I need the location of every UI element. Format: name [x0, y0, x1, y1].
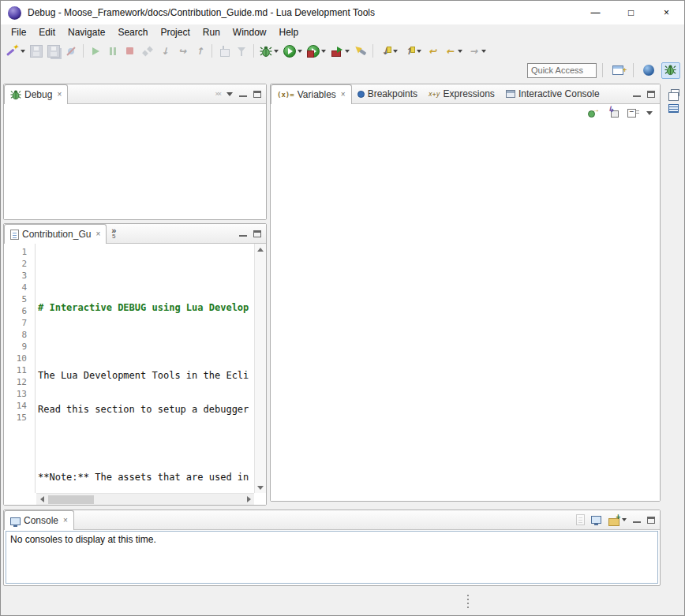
disconnect-button[interactable]: [139, 43, 156, 60]
menu-run[interactable]: Run: [197, 25, 226, 40]
terminate-button[interactable]: [122, 43, 139, 60]
scroll-right-icon[interactable]: [243, 494, 254, 505]
menu-search[interactable]: Search: [111, 25, 154, 40]
step-over-icon: ↪: [176, 45, 189, 58]
debug-view-menu-icon[interactable]: [226, 92, 233, 96]
suspend-button[interactable]: [104, 43, 122, 60]
editor-maximize-icon[interactable]: [253, 230, 261, 237]
menu-project[interactable]: Project: [154, 25, 196, 40]
menu-edit[interactable]: Edit: [32, 25, 62, 40]
run-button[interactable]: [281, 43, 305, 60]
previous-annotation-dropdown-icon[interactable]: [417, 50, 421, 53]
debug-view-maximize-icon[interactable]: [253, 91, 261, 98]
variables-view-menu-icon[interactable]: [646, 111, 653, 115]
collapse-all-icon[interactable]: [627, 106, 639, 119]
restore-views-icon[interactable]: [671, 89, 679, 96]
perspective-separator: [633, 63, 634, 77]
forward-dropdown-icon[interactable]: [481, 50, 486, 53]
tab-expressions[interactable]: x+y Expressions: [423, 84, 500, 103]
coverage-button[interactable]: [305, 43, 328, 60]
scroll-up-icon[interactable]: [255, 244, 266, 255]
variables-view-tabbar: (x)= Variables × Breakpoints x+y Express…: [271, 84, 660, 104]
display-selected-console-icon[interactable]: [591, 516, 601, 524]
tab-breakpoints[interactable]: Breakpoints: [352, 84, 423, 103]
scroll-down-icon[interactable]: [255, 482, 266, 493]
use-step-filters-button[interactable]: [233, 43, 250, 60]
tab-editor-close-icon[interactable]: ×: [95, 230, 100, 238]
editor-tab-overflow[interactable]: » 5: [107, 224, 121, 243]
open-console-dropdown-icon[interactable]: [622, 518, 627, 521]
open-console-log-icon[interactable]: [576, 514, 585, 525]
toolbar-separator: [253, 44, 254, 58]
external-tools-dropdown-icon[interactable]: [345, 50, 350, 53]
tab-variables[interactable]: (x)= Variables ×: [271, 84, 352, 104]
resume-button[interactable]: [87, 43, 104, 60]
editor-minimize-icon[interactable]: [239, 230, 247, 237]
scroll-left-icon[interactable]: [36, 494, 47, 505]
external-tools-button[interactable]: [328, 43, 352, 60]
console-icon: [10, 517, 21, 525]
run-dropdown-icon[interactable]: [298, 50, 302, 53]
menu-window[interactable]: Window: [226, 25, 273, 40]
save-button[interactable]: [28, 43, 45, 60]
close-button[interactable]: ×: [649, 1, 684, 24]
ldt-perspective-icon: [643, 65, 654, 76]
run-icon: [283, 45, 296, 58]
main-toolbar: ↓ ↪ ↑ ↓ ↑ ↩ ← →: [1, 41, 684, 61]
debug-view-minimize-icon[interactable]: [239, 91, 247, 98]
add-to-expressions-icon[interactable]: [607, 106, 619, 119]
tab-console[interactable]: Console ×: [4, 510, 74, 530]
new-wizard-button[interactable]: [4, 43, 28, 60]
next-annotation-dropdown-icon[interactable]: [393, 50, 398, 53]
open-console-button[interactable]: [608, 514, 627, 526]
console-maximize-icon[interactable]: [647, 517, 655, 524]
coverage-dropdown-icon[interactable]: [321, 50, 326, 53]
editor-body[interactable]: 1 2 3 4 5 6 7 8 9 10 11 12 13 14 15 # In…: [4, 244, 266, 505]
maximize-button[interactable]: □: [613, 1, 649, 24]
save-all-button[interactable]: [45, 43, 62, 60]
skip-all-breakpoints-button[interactable]: [62, 43, 80, 60]
previous-annotation-button[interactable]: ↑: [400, 43, 424, 60]
step-over-button[interactable]: ↪: [174, 43, 191, 60]
editor-vertical-scrollbar[interactable]: [254, 244, 266, 493]
next-annotation-button[interactable]: ↓: [376, 43, 400, 60]
minimized-view-icon[interactable]: [668, 104, 679, 113]
tab-variables-close-icon[interactable]: ×: [341, 91, 346, 99]
back-button[interactable]: ←: [441, 43, 465, 60]
horizontal-scroll-thumb[interactable]: [48, 495, 94, 504]
step-into-button[interactable]: ↓: [156, 43, 174, 60]
quick-access-input[interactable]: [527, 63, 597, 78]
variables-view-maximize-icon[interactable]: [647, 91, 655, 98]
step-return-button[interactable]: ↑: [191, 43, 208, 60]
debug-perspective-button[interactable]: [661, 62, 680, 79]
tab-editor-contribution-guide[interactable]: Contribution_Gu ×: [4, 224, 107, 244]
drop-to-frame-button[interactable]: [215, 43, 233, 60]
remove-all-terminated-icon[interactable]: ××: [215, 90, 220, 98]
menu-file[interactable]: File: [5, 25, 32, 40]
debug-button[interactable]: [257, 43, 281, 60]
new-dropdown-icon[interactable]: [21, 50, 25, 53]
menu-help[interactable]: Help: [273, 25, 305, 40]
tab-console-close-icon[interactable]: ×: [63, 517, 68, 525]
tab-debug[interactable]: Debug ×: [4, 84, 68, 104]
suspend-icon: [107, 45, 119, 58]
editor-horizontal-scrollbar[interactable]: [36, 493, 254, 505]
markdown-file-icon: [10, 230, 19, 240]
show-logical-structure-icon[interactable]: [587, 106, 600, 119]
minimize-button[interactable]: —: [578, 1, 613, 24]
variables-view-minimize-icon[interactable]: [633, 91, 641, 98]
variables-view-body: [271, 122, 660, 501]
tab-debug-close-icon[interactable]: ×: [57, 91, 62, 99]
console-minimize-icon[interactable]: [633, 517, 641, 524]
back-dropdown-icon[interactable]: [458, 50, 462, 53]
forward-button[interactable]: →: [465, 43, 488, 60]
open-perspective-button[interactable]: [608, 62, 627, 79]
last-edit-location-button[interactable]: ↩: [424, 43, 441, 60]
tab-interactive-console[interactable]: Interactive Console: [500, 84, 605, 103]
editor-text-area[interactable]: # Interactive DEBUG using Lua Develop Th…: [36, 244, 254, 493]
menu-navigate[interactable]: Navigate: [62, 25, 111, 40]
ldt-perspective-button[interactable]: [639, 62, 658, 79]
search-button[interactable]: [352, 43, 369, 60]
sash-handle[interactable]: [467, 595, 469, 596]
debug-dropdown-icon[interactable]: [274, 50, 279, 53]
